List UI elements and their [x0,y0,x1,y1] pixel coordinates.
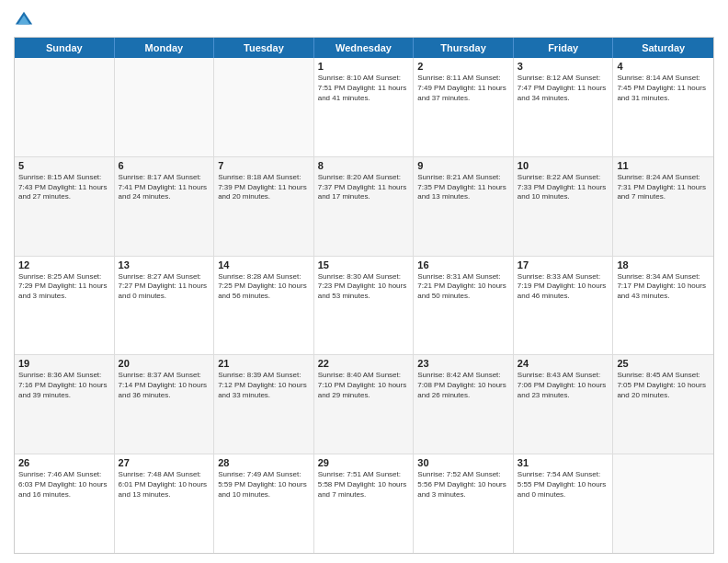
calendar-cell [613,454,713,553]
calendar-cell: 23Sunrise: 8:42 AM Sunset: 7:08 PM Dayli… [414,355,514,454]
calendar-cell: 3Sunrise: 8:12 AM Sunset: 7:47 PM Daylig… [514,58,614,156]
cell-date-number: 16 [417,259,509,270]
page-header [14,9,714,29]
calendar-cell: 20Sunrise: 8:37 AM Sunset: 7:14 PM Dayli… [115,355,215,454]
week-row: 19Sunrise: 8:36 AM Sunset: 7:16 PM Dayli… [15,355,713,454]
cell-date-number: 23 [417,358,509,369]
cell-info-text: Sunrise: 8:45 AM Sunset: 7:05 PM Dayligh… [617,371,710,400]
cell-date-number: 25 [617,358,710,369]
cell-info-text: Sunrise: 7:49 AM Sunset: 5:59 PM Dayligh… [218,470,310,500]
cell-info-text: Sunrise: 8:11 AM Sunset: 7:49 PM Dayligh… [417,74,509,103]
day-header-saturday: Saturday [613,38,713,58]
cell-info-text: Sunrise: 8:24 AM Sunset: 7:31 PM Dayligh… [617,173,710,202]
calendar-cell: 19Sunrise: 8:36 AM Sunset: 7:16 PM Dayli… [15,355,115,454]
cell-info-text: Sunrise: 8:22 AM Sunset: 7:33 PM Dayligh… [518,173,609,202]
calendar-cell [15,58,115,156]
cell-date-number: 26 [18,457,110,468]
calendar-cell: 31Sunrise: 7:54 AM Sunset: 5:55 PM Dayli… [514,454,614,553]
cell-date-number: 27 [119,457,210,468]
cell-date-number: 14 [218,259,310,270]
calendar-cell: 13Sunrise: 8:27 AM Sunset: 7:27 PM Dayli… [115,257,215,355]
week-row: 5Sunrise: 8:15 AM Sunset: 7:43 PM Daylig… [15,157,713,257]
calendar-cell: 18Sunrise: 8:34 AM Sunset: 7:17 PM Dayli… [613,257,713,355]
cell-date-number: 10 [518,160,609,171]
calendar-cell [115,58,215,156]
day-header-monday: Monday [115,38,215,58]
calendar-cell: 27Sunrise: 7:48 AM Sunset: 6:01 PM Dayli… [115,454,215,553]
calendar-cell: 16Sunrise: 8:31 AM Sunset: 7:21 PM Dayli… [414,257,514,355]
calendar-cell: 9Sunrise: 8:21 AM Sunset: 7:35 PM Daylig… [414,157,514,256]
cell-info-text: Sunrise: 8:42 AM Sunset: 7:08 PM Dayligh… [417,371,509,400]
cell-info-text: Sunrise: 8:20 AM Sunset: 7:37 PM Dayligh… [318,173,410,202]
cell-info-text: Sunrise: 7:48 AM Sunset: 6:01 PM Dayligh… [119,470,210,500]
cell-date-number: 28 [218,457,310,468]
cell-date-number: 24 [518,358,609,369]
cell-info-text: Sunrise: 7:46 AM Sunset: 6:03 PM Dayligh… [18,470,110,500]
day-header-sunday: Sunday [15,38,115,58]
cell-info-text: Sunrise: 7:52 AM Sunset: 5:56 PM Dayligh… [417,470,509,500]
cell-info-text: Sunrise: 7:54 AM Sunset: 5:55 PM Dayligh… [518,470,609,500]
cell-info-text: Sunrise: 8:15 AM Sunset: 7:43 PM Dayligh… [18,173,110,202]
calendar-cell: 11Sunrise: 8:24 AM Sunset: 7:31 PM Dayli… [613,157,713,256]
day-header-tuesday: Tuesday [214,38,314,58]
calendar-cell: 10Sunrise: 8:22 AM Sunset: 7:33 PM Dayli… [514,157,614,256]
cell-info-text: Sunrise: 8:34 AM Sunset: 7:17 PM Dayligh… [617,272,710,302]
calendar-cell: 24Sunrise: 8:43 AM Sunset: 7:06 PM Dayli… [514,355,614,454]
cell-info-text: Sunrise: 8:27 AM Sunset: 7:27 PM Dayligh… [119,272,210,302]
day-header-wednesday: Wednesday [314,38,415,58]
cell-date-number: 1 [318,61,410,72]
cell-date-number: 3 [518,61,609,72]
calendar-cell: 21Sunrise: 8:39 AM Sunset: 7:12 PM Dayli… [214,355,314,454]
cell-date-number: 6 [119,160,210,171]
cell-info-text: Sunrise: 8:12 AM Sunset: 7:47 PM Dayligh… [518,74,609,103]
cell-info-text: Sunrise: 8:43 AM Sunset: 7:06 PM Dayligh… [518,371,609,400]
cell-date-number: 18 [617,259,710,270]
cell-info-text: Sunrise: 8:10 AM Sunset: 7:51 PM Dayligh… [318,74,410,103]
day-header-friday: Friday [514,38,614,58]
cell-date-number: 21 [218,358,310,369]
calendar-cell: 15Sunrise: 8:30 AM Sunset: 7:23 PM Dayli… [314,257,415,355]
logo [14,9,38,29]
week-row: 26Sunrise: 7:46 AM Sunset: 6:03 PM Dayli… [15,454,713,553]
cell-date-number: 9 [417,160,509,171]
calendar-cell: 29Sunrise: 7:51 AM Sunset: 5:58 PM Dayli… [314,454,415,553]
calendar-cell: 28Sunrise: 7:49 AM Sunset: 5:59 PM Dayli… [214,454,314,553]
calendar-cell: 25Sunrise: 8:45 AM Sunset: 7:05 PM Dayli… [613,355,713,454]
cell-info-text: Sunrise: 8:39 AM Sunset: 7:12 PM Dayligh… [218,371,310,400]
calendar-cell: 8Sunrise: 8:20 AM Sunset: 7:37 PM Daylig… [314,157,415,256]
calendar-cell: 6Sunrise: 8:17 AM Sunset: 7:41 PM Daylig… [115,157,215,256]
cell-date-number: 31 [518,457,609,468]
cell-info-text: Sunrise: 8:36 AM Sunset: 7:16 PM Dayligh… [18,371,110,400]
cell-info-text: Sunrise: 8:37 AM Sunset: 7:14 PM Dayligh… [119,371,210,400]
cell-date-number: 13 [119,259,210,270]
cell-info-text: Sunrise: 8:14 AM Sunset: 7:45 PM Dayligh… [617,74,710,103]
cell-date-number: 7 [218,160,310,171]
calendar-cell: 17Sunrise: 8:33 AM Sunset: 7:19 PM Dayli… [514,257,614,355]
cell-date-number: 5 [18,160,110,171]
cell-date-number: 17 [518,259,609,270]
calendar-cell: 14Sunrise: 8:28 AM Sunset: 7:25 PM Dayli… [214,257,314,355]
calendar-cell: 30Sunrise: 7:52 AM Sunset: 5:56 PM Dayli… [414,454,514,553]
cell-info-text: Sunrise: 8:33 AM Sunset: 7:19 PM Dayligh… [518,272,609,302]
calendar-cell [214,58,314,156]
calendar-cell: 12Sunrise: 8:25 AM Sunset: 7:29 PM Dayli… [15,257,115,355]
cell-info-text: Sunrise: 8:28 AM Sunset: 7:25 PM Dayligh… [218,272,310,302]
calendar-body: 1Sunrise: 8:10 AM Sunset: 7:51 PM Daylig… [15,58,713,553]
calendar-cell: 4Sunrise: 8:14 AM Sunset: 7:45 PM Daylig… [613,58,713,156]
calendar-cell: 5Sunrise: 8:15 AM Sunset: 7:43 PM Daylig… [15,157,115,256]
cell-info-text: Sunrise: 8:40 AM Sunset: 7:10 PM Dayligh… [318,371,410,400]
cell-info-text: Sunrise: 8:17 AM Sunset: 7:41 PM Dayligh… [119,173,210,202]
logo-icon [14,9,34,29]
cell-date-number: 8 [318,160,410,171]
week-row: 12Sunrise: 8:25 AM Sunset: 7:29 PM Dayli… [15,257,713,356]
calendar-header: SundayMondayTuesdayWednesdayThursdayFrid… [15,38,713,58]
calendar-cell: 2Sunrise: 8:11 AM Sunset: 7:49 PM Daylig… [414,58,514,156]
cell-date-number: 2 [417,61,509,72]
cell-date-number: 11 [617,160,710,171]
calendar-cell: 26Sunrise: 7:46 AM Sunset: 6:03 PM Dayli… [15,454,115,553]
cell-info-text: Sunrise: 8:18 AM Sunset: 7:39 PM Dayligh… [218,173,310,202]
calendar-cell: 22Sunrise: 8:40 AM Sunset: 7:10 PM Dayli… [314,355,415,454]
calendar-cell: 7Sunrise: 8:18 AM Sunset: 7:39 PM Daylig… [214,157,314,256]
cell-date-number: 22 [318,358,410,369]
cell-info-text: Sunrise: 8:21 AM Sunset: 7:35 PM Dayligh… [417,173,509,202]
